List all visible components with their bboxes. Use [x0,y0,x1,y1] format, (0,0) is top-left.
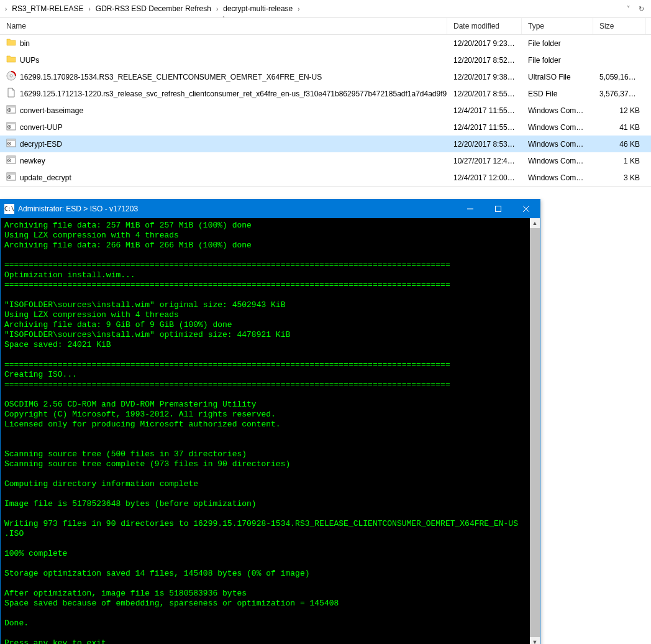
disc-icon [6,71,16,83]
file-icon [6,88,16,99]
scroll-down-icon[interactable]: ▼ [530,637,540,644]
file-type: ESD File [522,88,593,99]
file-name: UUPs [20,56,39,65]
dropdown-history-button[interactable]: ˅ [622,2,635,15]
file-name: bin [20,39,30,48]
column-header-name[interactable]: ˄ Name [0,18,447,34]
folder-icon [6,37,16,49]
file-date: 10/27/2017 12:40 ... [447,155,522,167]
cmd-icon: C:\ [4,204,14,214]
file-size [593,59,646,62]
file-row[interactable]: convert-UUP12/4/2017 11:55 AMWindows Com… [0,119,651,136]
svg-rect-3 [7,106,16,108]
file-size [593,42,646,45]
close-button[interactable] [512,200,540,218]
file-date: 12/4/2017 11:55 AM [447,105,522,116]
file-type: File folder [522,38,593,49]
file-row[interactable]: UUPs12/20/2017 8:52 AMFile folder [0,52,651,68]
file-size: 12 KB [593,105,646,116]
scrollbar[interactable]: ▲ ▼ [530,218,540,644]
file-date: 12/20/2017 8:52 AM [447,55,522,66]
file-date: 12/4/2017 11:55 AM [447,122,522,133]
file-explorer: › RS3_RTM-RELEASE › GDR-RS3 ESD December… [0,0,651,186]
terminal-window: C:\ Administrator: ESD > ISO - v171203 A… [0,199,540,644]
breadcrumb-bar: › RS3_RTM-RELEASE › GDR-RS3 ESD December… [0,0,651,18]
file-type: UltraISO File [522,71,593,83]
terminal-body[interactable]: Archiving file data: 257 MiB of 257 MiB … [1,218,540,644]
column-header-type[interactable]: Type [522,18,593,34]
file-type: Windows Comma... [522,139,593,150]
svg-rect-6 [7,122,16,124]
cmd-icon [6,104,16,116]
file-list: bin12/20/2017 9:23 AMFile folderUUPs12/2… [0,35,651,186]
svg-rect-18 [495,206,501,212]
file-name: decrypt-ESD [20,140,62,149]
minimize-button[interactable] [456,200,484,218]
file-size: 3,576,373 KB [593,88,646,99]
file-size: 41 KB [593,122,646,133]
scrollbar-thumb[interactable] [530,228,540,637]
breadcrumb-item[interactable]: GDR-RS3 ESD December Refresh [92,3,215,14]
title-bar[interactable]: C:\ Administrator: ESD > ISO - v171203 [1,200,540,218]
file-name: 16299.15.170928-1534.RS3_RELEASE_CLIENTC… [20,73,322,81]
file-row[interactable]: newkey10/27/2017 12:40 ...Windows Comma.… [0,152,651,169]
sort-ascending-icon: ˄ [222,16,225,21]
chevron-right-icon: › [88,6,92,12]
file-row[interactable]: bin12/20/2017 9:23 AMFile folder [0,35,651,52]
file-type: Windows Comma... [522,172,593,183]
file-row[interactable]: 16299.125.171213-1220.rs3_release_svc_re… [0,85,651,102]
window-title: Administrator: ESD > ISO - v171203 [18,205,456,213]
file-size: 46 KB [593,139,646,150]
file-date: 12/20/2017 8:53 AM [447,139,522,150]
file-row[interactable]: update_decrypt12/4/2017 12:00 PMWindows … [0,169,651,186]
folder-icon [6,54,16,66]
file-name: convert-UUP [20,123,63,132]
file-name: 16299.125.171213-1220.rs3_release_svc_re… [20,90,447,98]
file-name: update_decrypt [20,173,71,182]
chevron-right-icon: › [296,6,301,12]
file-name: convert-baseimage [20,106,83,115]
column-header-size[interactable]: Size [593,18,646,34]
file-row[interactable]: decrypt-ESD12/20/2017 8:53 AMWindows Com… [0,136,651,152]
column-header-label: Name [6,22,26,30]
cmd-icon [6,121,16,133]
file-size: 5,059,164 KB [593,71,646,83]
file-date: 12/20/2017 9:38 AM [447,71,522,83]
file-type: Windows Comma... [522,105,593,116]
chevron-right-icon: › [215,6,219,12]
file-type: Windows Comma... [522,155,593,167]
file-date: 12/20/2017 8:55 AM [447,88,522,99]
file-size: 1 KB [593,155,646,167]
file-row[interactable]: convert-baseimage12/4/2017 11:55 AMWindo… [0,102,651,119]
breadcrumb-item[interactable]: decrypt-multi-release [219,3,296,14]
file-size: 3 KB [593,172,646,183]
column-header-date[interactable]: Date modified [447,18,522,34]
cmd-icon [6,138,16,150]
file-type: File folder [522,55,593,66]
terminal-output: Archiving file data: 257 MiB of 257 MiB … [1,218,540,644]
maximize-button[interactable] [484,200,512,218]
scroll-up-icon[interactable]: ▲ [530,218,540,228]
cmd-icon [6,155,16,167]
chevron-right-icon: › [4,6,8,12]
svg-rect-9 [7,139,16,141]
cmd-icon [6,172,16,183]
column-header-row: ˄ Name Date modified Type Size [0,18,651,35]
svg-rect-12 [7,156,16,158]
refresh-button[interactable]: ↻ [635,2,647,15]
svg-rect-15 [7,173,16,175]
svg-point-1 [10,75,12,77]
file-name: newkey [20,157,45,165]
file-type: Windows Comma... [522,122,593,133]
file-date: 12/20/2017 9:23 AM [447,38,522,49]
breadcrumb-item[interactable]: RS3_RTM-RELEASE [8,3,87,14]
file-date: 12/4/2017 12:00 PM [447,172,522,183]
file-row[interactable]: 16299.15.170928-1534.RS3_RELEASE_CLIENTC… [0,68,651,85]
